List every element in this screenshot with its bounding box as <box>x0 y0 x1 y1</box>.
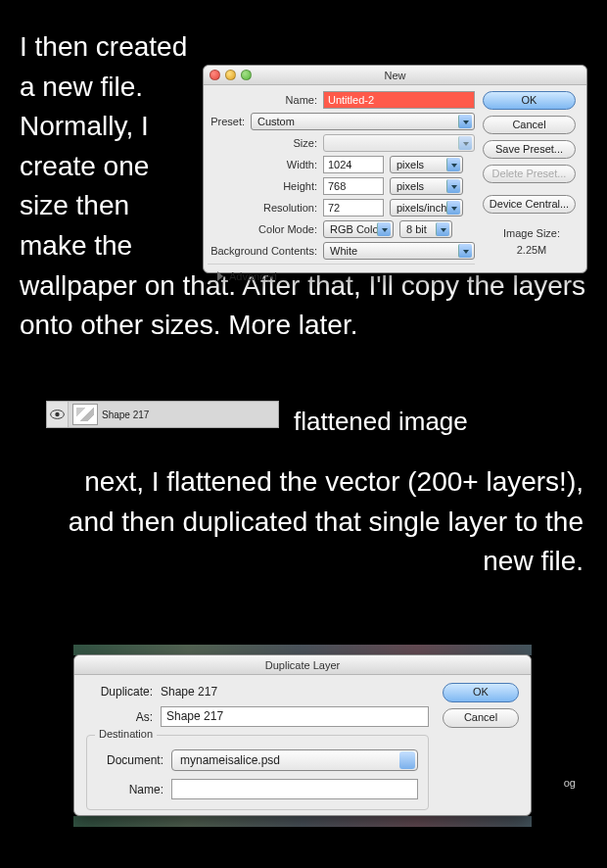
layer-name[interactable]: Shape 217 <box>102 410 149 420</box>
bg-contents-label: Background Contents: <box>208 245 317 257</box>
triangle-right-icon <box>217 271 223 281</box>
size-select[interactable] <box>323 134 475 152</box>
name-field[interactable]: Untitled-2 <box>323 91 475 109</box>
duplicate-layer-dialog: Duplicate Layer Duplicate: Shape 217 As:… <box>73 654 532 816</box>
dialog-title: Duplicate Layer <box>265 659 340 671</box>
resolution-label: Resolution: <box>208 202 317 214</box>
as-field[interactable]: Shape 217 <box>161 706 429 727</box>
window-traffic-lights[interactable] <box>210 70 252 80</box>
destination-fieldset: Destination Document: mynameisalice.psd … <box>86 735 429 810</box>
bg-contents-select[interactable]: White <box>323 242 475 260</box>
advanced-label: Advanced <box>229 270 277 282</box>
background-strip <box>73 816 532 827</box>
save-preset-button[interactable]: Save Preset... <box>483 140 576 159</box>
advanced-disclosure[interactable]: Advanced <box>217 270 475 282</box>
dialog-titlebar[interactable]: Duplicate Layer <box>74 655 531 675</box>
new-document-dialog: New Name: Untitled-2 Preset: Custom Size… <box>203 65 587 273</box>
delete-preset-button: Delete Preset... <box>483 165 576 183</box>
eye-icon <box>50 410 65 419</box>
name-label: Name: <box>208 94 317 106</box>
close-icon[interactable] <box>210 70 220 80</box>
svg-point-1 <box>55 412 59 416</box>
dialog-titlebar[interactable]: New <box>204 66 586 85</box>
size-label: Size: <box>208 137 317 149</box>
width-label: Width: <box>208 159 317 170</box>
dest-name-field[interactable] <box>171 779 418 799</box>
duplicate-label: Duplicate: <box>86 685 153 699</box>
background-text-fragment: og <box>564 777 576 789</box>
resolution-unit-select[interactable]: pixels/inch <box>390 199 463 217</box>
destination-legend: Destination <box>95 728 157 740</box>
layer-panel-row[interactable]: Shape 217 <box>46 401 279 428</box>
width-unit-select[interactable]: pixels <box>390 156 463 173</box>
height-unit-select[interactable]: pixels <box>390 177 463 195</box>
layer-thumbnail[interactable] <box>72 404 98 425</box>
dest-name-label: Name: <box>97 783 163 796</box>
height-field[interactable]: 768 <box>323 177 384 195</box>
tutorial-text-1a: I then created a new file.Normally, Icre… <box>20 27 201 266</box>
color-mode-select[interactable]: RGB Color <box>323 220 394 238</box>
cancel-button[interactable]: Cancel <box>443 708 519 728</box>
preset-label: Preset: <box>208 116 245 127</box>
duplicate-source: Shape 217 <box>161 685 429 699</box>
bit-depth-select[interactable]: 8 bit <box>399 220 452 238</box>
resolution-field[interactable]: 72 <box>323 199 384 217</box>
zoom-icon[interactable] <box>241 70 252 80</box>
tutorial-text-2: next, I flattened the vector (200+ layer… <box>47 462 584 582</box>
divider <box>208 264 475 265</box>
preset-select[interactable]: Custom <box>251 113 475 130</box>
color-mode-label: Color Mode: <box>208 223 317 235</box>
height-label: Height: <box>208 180 317 192</box>
dialog-title: New <box>384 70 405 81</box>
visibility-toggle[interactable] <box>47 402 69 427</box>
image-size-readout: Image Size: 2.25M <box>483 225 581 258</box>
ok-button[interactable]: OK <box>443 683 519 702</box>
flattened-caption: flattened image <box>294 404 468 441</box>
minimize-icon[interactable] <box>225 70 236 80</box>
document-select[interactable]: mynameisalice.psd <box>171 749 418 771</box>
device-central-button[interactable]: Device Central... <box>483 195 576 214</box>
cancel-button[interactable]: Cancel <box>483 116 576 134</box>
width-field[interactable]: 1024 <box>323 156 384 173</box>
as-label: As: <box>86 710 153 724</box>
ok-button[interactable]: OK <box>483 91 576 110</box>
document-label: Document: <box>97 753 163 767</box>
